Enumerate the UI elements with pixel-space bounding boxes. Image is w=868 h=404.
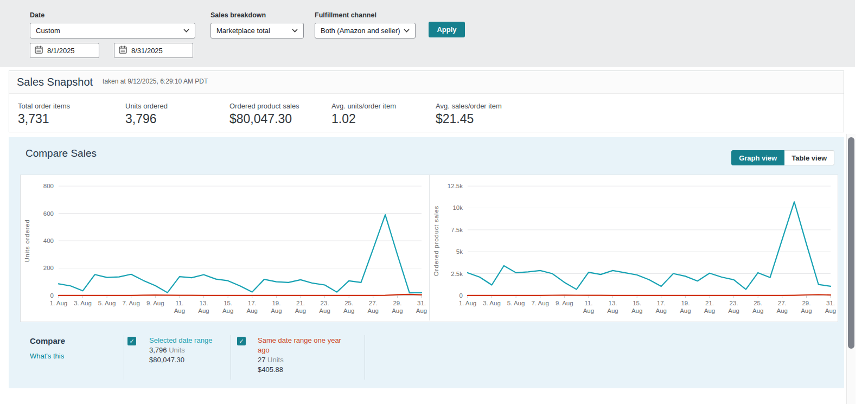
year-ago-checkbox[interactable]: ✓ xyxy=(237,337,246,345)
compare-legend-title: Compare xyxy=(30,336,65,345)
chevron-down-icon xyxy=(183,29,189,33)
check-icon: ✓ xyxy=(239,338,244,345)
fulfillment-channel-label: Fulfillment channel xyxy=(315,11,416,20)
end-date-value: 8/31/2025 xyxy=(131,47,163,55)
svg-text:3. Aug: 3. Aug xyxy=(483,300,501,306)
svg-text:23.: 23. xyxy=(321,300,329,306)
ordered-product-sales-chart: 02.5k5k7.5k10k12.5k1. Aug3. Aug5. Aug7. … xyxy=(430,175,838,320)
whats-this-link[interactable]: What's this xyxy=(30,352,64,360)
svg-text:15.: 15. xyxy=(224,300,232,306)
svg-text:1. Aug: 1. Aug xyxy=(458,300,476,306)
svg-text:Aug: Aug xyxy=(728,307,739,314)
metric-label: Avg. sales/order item xyxy=(436,102,502,110)
svg-text:0: 0 xyxy=(50,292,54,299)
compare-sales-title: Compare Sales xyxy=(25,148,97,159)
svg-text:Aug: Aug xyxy=(776,307,787,314)
fulfillment-channel-selected-value: Both (Amazon and seller) xyxy=(321,27,400,35)
sales-snapshot-panel: Sales Snapshot taken at 9/12/2025, 6:29:… xyxy=(9,70,844,132)
svg-text:7.5k: 7.5k xyxy=(451,227,463,233)
graph-view-button[interactable]: Graph view xyxy=(731,150,784,165)
svg-text:5. Aug: 5. Aug xyxy=(507,300,525,306)
svg-text:9. Aug: 9. Aug xyxy=(556,300,573,306)
sales-breakdown-label: Sales breakdown xyxy=(210,11,304,20)
date-range-select[interactable]: Custom xyxy=(30,23,195,39)
svg-text:Aug: Aug xyxy=(801,307,812,314)
fulfillment-channel-select[interactable]: Both (Amazon and seller) xyxy=(315,23,416,39)
legend-divider xyxy=(124,335,124,380)
svg-text:12.5k: 12.5k xyxy=(447,183,462,189)
svg-text:31.: 31. xyxy=(826,300,835,306)
metric-label: Ordered product sales xyxy=(229,102,299,110)
svg-text:19.: 19. xyxy=(272,300,280,306)
svg-text:10k: 10k xyxy=(452,204,463,211)
svg-text:Aug: Aug xyxy=(416,307,427,314)
svg-text:200: 200 xyxy=(43,265,54,271)
compare-sales-panel: Compare Sales Graph view Table view 0200… xyxy=(9,137,844,388)
sales-dashboard: { "filters": { "date_label": "Date", "da… xyxy=(0,0,868,404)
svg-text:Aug: Aug xyxy=(271,307,282,314)
units-ordered-chart: 02004006008001. Aug3. Aug5. Aug7. Aug9. … xyxy=(21,175,429,320)
date-filter-label: Date xyxy=(30,11,195,20)
legend-sales-value: $405.88 xyxy=(258,365,353,375)
view-toggle: Graph view Table view xyxy=(731,150,834,165)
svg-text:7. Aug: 7. Aug xyxy=(531,300,549,306)
filter-bar: Date Custom 8/1/2025 8/31/2025 Sales b xyxy=(0,0,855,67)
start-date-input[interactable]: 8/1/2025 xyxy=(30,43,99,58)
scrollbar-thumb[interactable] xyxy=(848,137,854,349)
svg-text:17.: 17. xyxy=(248,300,257,306)
svg-text:Aug: Aug xyxy=(752,307,763,314)
svg-text:27.: 27. xyxy=(777,300,786,306)
metric-total-order-items: Total order items 3,731 xyxy=(18,102,70,126)
selected-range-checkbox[interactable]: ✓ xyxy=(127,337,136,345)
legend-units-word: Units xyxy=(169,346,185,354)
svg-text:Aug: Aug xyxy=(655,307,666,314)
metric-value: $21.45 xyxy=(436,112,502,126)
svg-text:15.: 15. xyxy=(633,300,641,306)
end-date-input[interactable]: 8/31/2025 xyxy=(114,43,193,58)
svg-text:Aug: Aug xyxy=(704,307,714,314)
chevron-down-icon xyxy=(292,29,298,33)
svg-text:600: 600 xyxy=(43,210,54,217)
legend-item-year-ago: Same date range one year ago 27 Units $4… xyxy=(258,336,353,375)
metric-label: Total order items xyxy=(18,102,70,110)
svg-text:Aug: Aug xyxy=(247,307,258,314)
svg-text:Aug: Aug xyxy=(392,307,403,314)
svg-text:5. Aug: 5. Aug xyxy=(98,300,116,306)
svg-text:17.: 17. xyxy=(656,300,665,306)
metric-label: Avg. units/order item xyxy=(331,102,396,110)
svg-text:Ordered product sales: Ordered product sales xyxy=(432,206,439,276)
metric-label: Units ordered xyxy=(125,102,168,110)
sales-breakdown-select[interactable]: Marketplace total xyxy=(210,23,304,39)
sales-snapshot-title: Sales Snapshot xyxy=(17,76,93,88)
svg-text:Aug: Aug xyxy=(198,307,209,314)
legend-divider xyxy=(231,335,231,380)
ordered-product-sales-chart-panel: 02.5k5k7.5k10k12.5k1. Aug3. Aug5. Aug7. … xyxy=(429,175,838,320)
sales-breakdown-selected-value: Marketplace total xyxy=(216,27,270,35)
metric-ordered-product-sales: Ordered product sales $80,047.30 xyxy=(229,102,299,126)
sales-breakdown-group: Sales breakdown Marketplace total xyxy=(210,11,304,39)
legend-divider xyxy=(365,335,365,380)
svg-text:Aug: Aug xyxy=(174,307,185,314)
svg-text:Aug: Aug xyxy=(680,307,691,314)
metric-value: 3,731 xyxy=(18,112,70,126)
svg-text:9. Aug: 9. Aug xyxy=(146,300,164,306)
legend-item-selected-range: Selected date range 3,796 Units $80,047.… xyxy=(149,336,244,365)
metric-avg-units-order-item: Avg. units/order item 1.02 xyxy=(331,102,396,126)
date-filter-group: Date Custom 8/1/2025 8/31/2025 xyxy=(30,11,195,58)
svg-text:400: 400 xyxy=(43,238,54,244)
start-date-value: 8/1/2025 xyxy=(47,47,75,55)
svg-text:21.: 21. xyxy=(296,300,305,306)
sales-snapshot-header: Sales Snapshot taken at 9/12/2025, 6:29:… xyxy=(9,71,844,94)
legend-units-value: 3,796 xyxy=(149,346,167,354)
apply-button[interactable]: Apply xyxy=(429,22,465,37)
svg-text:23.: 23. xyxy=(729,300,738,306)
svg-text:1. Aug: 1. Aug xyxy=(50,300,68,306)
svg-text:2.5k: 2.5k xyxy=(451,271,463,277)
svg-text:0: 0 xyxy=(459,292,462,299)
svg-text:Aug: Aug xyxy=(295,307,306,314)
table-view-button[interactable]: Table view xyxy=(784,150,834,165)
svg-text:Aug: Aug xyxy=(607,307,618,314)
svg-text:11.: 11. xyxy=(584,300,592,306)
svg-text:25.: 25. xyxy=(344,300,353,306)
units-ordered-chart-panel: 02004006008001. Aug3. Aug5. Aug7. Aug9. … xyxy=(21,175,429,320)
